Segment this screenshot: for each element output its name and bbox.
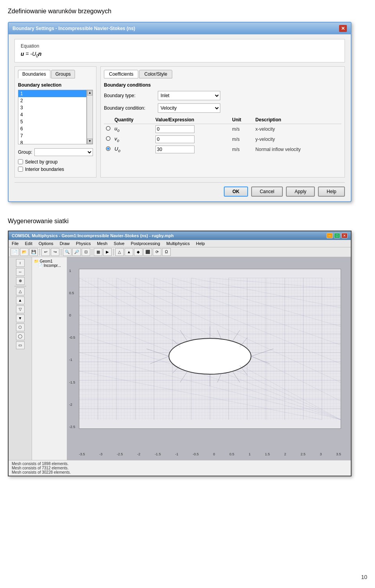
boundary-item-2[interactable]: 2 [18, 97, 86, 104]
apply-button[interactable]: Apply [286, 187, 315, 197]
toolbar-extra6[interactable]: Ω [162, 248, 171, 256]
tree-item-geom[interactable]: 📁 Geom1 [34, 259, 65, 263]
x-label-m05: -0.5 [193, 452, 199, 456]
dialog-close-button[interactable]: ✕ [339, 25, 347, 32]
x-label-2: 2 [284, 452, 286, 456]
boundary-type-select[interactable]: Inlet Outlet Wall [158, 91, 220, 100]
toolbar-open[interactable]: 📂 [20, 248, 29, 256]
menu-physics[interactable]: Physics [75, 241, 92, 246]
group-row: Group: [18, 148, 93, 156]
col-value: Value/Expression [154, 116, 230, 124]
sidebar-btn-9[interactable]: ◯ [16, 332, 25, 340]
y-label-05: 0.5 [69, 291, 75, 295]
toolbar-mesh[interactable]: ▦ [94, 248, 102, 256]
menu-edit[interactable]: Edit [24, 241, 34, 246]
ok-button[interactable]: OK [224, 187, 248, 197]
menu-help[interactable]: Help [195, 241, 206, 246]
x-label-05: 0.5 [229, 452, 234, 456]
comsol-body: ↕ ↔ ⊕ △ ▲ ▽ ▼ ⬡ ◯ ▭ 📁 Geom1 📄 Incompr...… [9, 257, 351, 460]
boundary-list[interactable]: 1 2 3 4 5 6 7 8 [18, 90, 87, 144]
y-label-m25: -2.5 [69, 425, 75, 429]
toolbar-extra4[interactable]: ⬛ [143, 248, 152, 256]
toolbar-fit[interactable]: ⊡ [82, 248, 90, 256]
x-label-3: 3 [320, 452, 322, 456]
equation-label: Equation [21, 43, 339, 49]
toolbar-extra2[interactable]: ▲ [125, 248, 133, 256]
toolbar-undo[interactable]: ↩ [41, 248, 50, 256]
menu-options[interactable]: Options [38, 241, 55, 246]
menu-draw[interactable]: Draw [59, 241, 71, 246]
menu-solve[interactable]: Solve [112, 241, 126, 246]
sidebar-btn-1[interactable]: ↕ [16, 259, 25, 267]
sidebar-btn-7[interactable]: ▼ [16, 314, 25, 322]
boundary-item-7[interactable]: 7 [18, 132, 86, 139]
tab-boundaries[interactable]: Boundaries [18, 70, 50, 78]
tree-item-incompr[interactable]: 📄 Incompr... [38, 263, 65, 268]
sidebar-btn-10[interactable]: ▭ [16, 341, 25, 349]
sidebar-btn-3[interactable]: ⊕ [16, 277, 25, 285]
sidebar-btn-8[interactable]: ⬡ [16, 323, 25, 331]
boundary-item-5[interactable]: 5 [18, 118, 86, 125]
menu-mesh[interactable]: Mesh [96, 241, 109, 246]
boundary-item-1[interactable]: 1 [18, 90, 86, 97]
boundary-condition-select[interactable]: Velocity Pressure [158, 103, 220, 113]
menu-postprocessing[interactable]: Postprocessing [130, 241, 161, 246]
boundary-condition-dropdown-wrapper: Velocity Pressure [158, 103, 220, 113]
mesh-svg [79, 269, 341, 428]
boundary-item-3[interactable]: 3 [18, 104, 86, 111]
desc-u0: x-velocity [254, 124, 341, 134]
interior-boundaries-row: Interior boundaries [18, 167, 93, 172]
interior-boundaries-checkbox[interactable] [18, 167, 23, 172]
quantity-name-v0: v0 [112, 134, 154, 144]
toolbar-new[interactable]: 📄 [11, 248, 19, 256]
toolbar-zoom-in[interactable]: 🔍 [63, 248, 71, 256]
sidebar-btn-5[interactable]: ▲ [16, 297, 25, 304]
comsol-minimize-btn[interactable]: ─ [327, 233, 333, 238]
svg-point-43 [169, 338, 251, 374]
y-label-m15: -1.5 [69, 380, 75, 384]
boundary-item-4[interactable]: 4 [18, 111, 86, 118]
boundary-item-6[interactable]: 6 [18, 125, 86, 132]
boundary-item-8[interactable]: 8 [18, 139, 86, 144]
comsol-maximize-btn[interactable]: □ [334, 233, 340, 238]
x-label-m1: -1 [175, 452, 178, 456]
value-input-v0[interactable] [155, 135, 195, 143]
tab-coefficients[interactable]: Coefficients [104, 70, 138, 78]
toolbar-solve[interactable]: ▶ [103, 248, 112, 256]
radio-u0[interactable] [106, 126, 111, 131]
help-button[interactable]: Help [318, 187, 345, 197]
tab-color-style[interactable]: Color/Style [139, 70, 172, 78]
scroll-down-arrow[interactable]: ▼ [87, 139, 93, 144]
toolbar-extra1[interactable]: △ [115, 248, 124, 256]
table-row: u0 m/s x-velocity [104, 124, 341, 134]
sidebar-btn-4[interactable]: △ [16, 288, 25, 295]
radio-U0[interactable] [106, 146, 111, 151]
tab-groups[interactable]: Groups [51, 70, 75, 78]
toolbar-extra3[interactable]: ◆ [134, 248, 143, 256]
value-input-u0[interactable] [155, 125, 195, 133]
dialog-main: Boundaries Groups Boundary selection 1 2… [14, 66, 345, 178]
sidebar-btn-6[interactable]: ▽ [16, 306, 25, 313]
toolbar-save[interactable]: 💾 [29, 248, 38, 256]
toolbar-extra5[interactable]: ⟳ [153, 248, 161, 256]
toolbar-redo[interactable]: ↪ [51, 248, 59, 256]
group-dropdown[interactable] [34, 148, 93, 156]
cancel-button[interactable]: Cancel [251, 187, 283, 197]
table-row: U0 m/s Normal inflow velocity [104, 144, 341, 155]
menu-file[interactable]: File [11, 241, 20, 246]
value-input-U0[interactable] [155, 146, 195, 153]
scroll-up-arrow[interactable]: ▲ [87, 90, 93, 96]
panel-section-label: Boundary selection [18, 82, 93, 88]
toolbar-zoom-out[interactable]: 🔎 [72, 248, 81, 256]
col-unit: Unit [230, 116, 254, 124]
radio-v0[interactable] [106, 136, 111, 141]
comsol-close-btn[interactable]: ✕ [341, 233, 348, 238]
dialog-title-text: Boundary Settings - Incompressible Navie… [12, 26, 135, 31]
select-by-group-checkbox[interactable] [18, 159, 23, 164]
menu-multiphysics[interactable]: Multiphysics [165, 241, 191, 246]
toolbar-sep-1 [39, 249, 40, 256]
desc-v0: y-velocity [254, 134, 341, 144]
comsol-window-buttons: ─ □ ✕ [327, 233, 348, 238]
boundary-list-scrollbar[interactable]: ▲ ▼ [87, 90, 93, 144]
sidebar-btn-2[interactable]: ↔ [16, 268, 25, 276]
